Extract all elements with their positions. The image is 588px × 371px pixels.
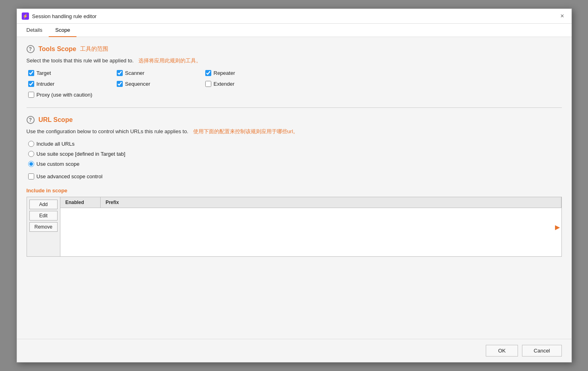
checkbox-repeater-input[interactable] <box>205 70 211 76</box>
tabs-bar: Details Scope <box>17 24 571 37</box>
footer: OK Cancel <box>17 339 571 362</box>
advanced-scope-checkbox-input[interactable] <box>28 173 34 179</box>
tools-scope-desc: Select the tools that this rule will be … <box>27 57 562 64</box>
include-scope-table-area: Add Edit Remove Enabled Prefix ▶ <box>27 197 562 257</box>
checkbox-intruder-label: Intruder <box>37 81 55 87</box>
radio-custom-scope[interactable]: Use custom scope <box>28 161 562 167</box>
checkbox-target[interactable]: Target <box>28 70 117 76</box>
url-scope-help-icon[interactable]: ? <box>27 116 35 124</box>
table-body <box>60 208 561 256</box>
tools-scope-section: ? Tools Scope 工具的范围 Select the tools tha… <box>27 45 562 98</box>
title-bar-left: ⚡ Session handling rule editor <box>22 12 97 20</box>
tools-scope-help-icon[interactable]: ? <box>27 45 35 53</box>
add-button[interactable]: Add <box>29 200 58 209</box>
checkbox-target-label: Target <box>37 70 51 76</box>
edit-button[interactable]: Edit <box>29 211 58 221</box>
radio-include-all[interactable]: Include all URLs <box>28 141 562 147</box>
content-area: ? Tools Scope 工具的范围 Select the tools tha… <box>17 37 571 339</box>
checkbox-intruder-input[interactable] <box>28 81 34 87</box>
radio-suite-scope-label: Use suite scope [defined in Target tab] <box>37 151 126 157</box>
tools-scope-title: Tools Scope <box>39 45 76 53</box>
cancel-button[interactable]: Cancel <box>522 345 561 357</box>
tools-scope-desc-cn: 选择将应用此规则的工具。 <box>138 58 201 64</box>
advanced-scope-checkbox[interactable]: Use advanced scope control <box>28 173 562 179</box>
radio-suite-scope[interactable]: Use suite scope [defined in Target tab] <box>28 151 562 157</box>
ok-button[interactable]: OK <box>486 345 518 357</box>
tab-details[interactable]: Details <box>20 24 49 37</box>
radio-custom-scope-label: Use custom scope <box>37 161 80 167</box>
radio-custom-scope-input[interactable] <box>28 161 34 167</box>
checkbox-repeater-label: Repeater <box>214 70 235 76</box>
radio-include-all-label: Include all URLs <box>37 141 75 147</box>
radio-suite-scope-input[interactable] <box>28 151 34 157</box>
tools-checkboxes-grid: Target Scanner Repeater Intruder <box>28 70 562 98</box>
advanced-scope-label: Use advanced scope control <box>37 173 103 179</box>
tools-scope-title-cn: 工具的范围 <box>80 45 108 53</box>
tools-scope-header: ? Tools Scope 工具的范围 <box>27 45 562 53</box>
checkbox-extender[interactable]: Extender <box>205 81 294 87</box>
checkbox-extender-input[interactable] <box>205 81 211 87</box>
url-scope-desc-cn: 使用下面的配置来控制该规则应用于哪些url。 <box>193 128 298 134</box>
col-enabled: Enabled <box>60 197 101 208</box>
dialog: ⚡ Session handling rule editor × Details… <box>17 8 572 363</box>
table-header: Enabled Prefix <box>60 197 561 208</box>
app-icon: ⚡ <box>22 12 29 20</box>
url-scope-radio-group: Include all URLs Use suite scope [define… <box>28 141 562 167</box>
checkbox-target-input[interactable] <box>28 70 34 76</box>
url-scope-header: ? URL Scope <box>27 116 562 124</box>
include-scope-title: Include in scope <box>27 188 562 194</box>
checkbox-proxy-input[interactable] <box>28 92 34 98</box>
checkbox-extender-label: Extender <box>214 81 235 87</box>
radio-include-all-input[interactable] <box>28 141 34 147</box>
title-bar: ⚡ Session handling rule editor × <box>17 9 571 24</box>
table-buttons: Add Edit Remove <box>27 197 61 256</box>
table-container: Enabled Prefix ▶ <box>60 197 561 256</box>
checkbox-sequencer-input[interactable] <box>117 81 123 87</box>
close-button[interactable]: × <box>558 12 566 20</box>
dialog-title: Session handling rule editor <box>32 13 97 19</box>
url-scope-section: ? URL Scope Use the configuration below … <box>27 116 562 257</box>
checkbox-scanner[interactable]: Scanner <box>117 70 205 76</box>
checkbox-scanner-input[interactable] <box>117 70 123 76</box>
section-divider <box>27 107 562 108</box>
url-scope-desc: Use the configuration below to control w… <box>27 128 562 135</box>
checkbox-sequencer-label: Sequencer <box>125 81 151 87</box>
checkbox-sequencer[interactable]: Sequencer <box>117 81 205 87</box>
tab-scope[interactable]: Scope <box>49 24 76 37</box>
url-scope-title: URL Scope <box>39 116 73 124</box>
checkbox-repeater[interactable]: Repeater <box>205 70 294 76</box>
checkbox-proxy[interactable]: Proxy (use with caution) <box>28 92 117 98</box>
checkbox-scanner-label: Scanner <box>125 70 144 76</box>
col-prefix: Prefix <box>101 197 561 208</box>
remove-button[interactable]: Remove <box>29 222 58 232</box>
checkbox-intruder[interactable]: Intruder <box>28 81 117 87</box>
scroll-indicator: ▶ <box>555 223 560 231</box>
checkbox-proxy-label: Proxy (use with caution) <box>37 92 93 98</box>
